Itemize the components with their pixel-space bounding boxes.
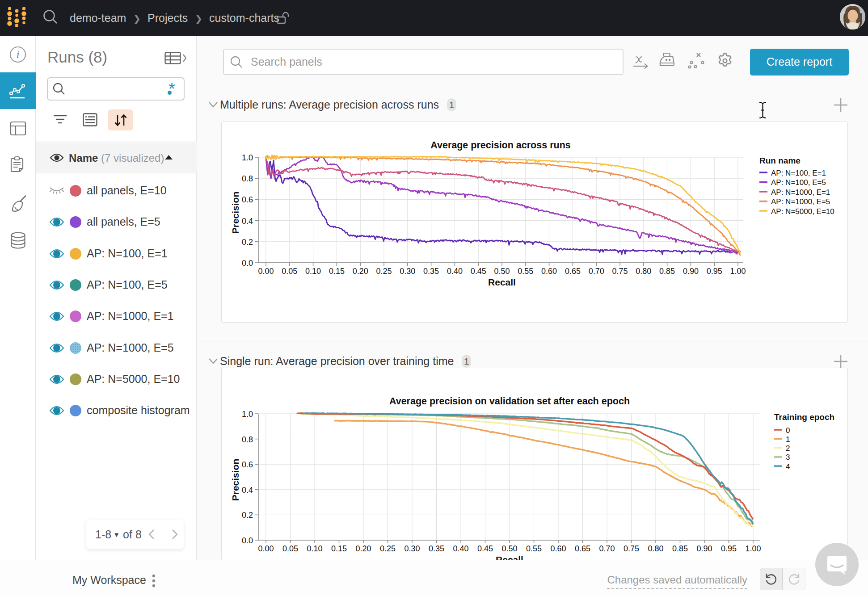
svg-text:0.0: 0.0 — [242, 536, 253, 545]
svg-text:3: 3 — [786, 453, 790, 462]
svg-text:1.00: 1.00 — [730, 267, 746, 276]
svg-text:0.2: 0.2 — [242, 238, 253, 247]
svg-text:0.20: 0.20 — [353, 267, 368, 276]
svg-text:0.95: 0.95 — [707, 267, 722, 276]
svg-text:0.8: 0.8 — [242, 435, 253, 444]
svg-text:0.05: 0.05 — [282, 544, 298, 553]
svg-text:0.15: 0.15 — [329, 267, 345, 276]
svg-text:0.4: 0.4 — [242, 217, 253, 226]
svg-text:0.45: 0.45 — [471, 267, 486, 276]
svg-text:0.6: 0.6 — [242, 195, 253, 204]
svg-text:0.85: 0.85 — [659, 267, 675, 276]
svg-text:Average precision on validatio: Average precision on validation set afte… — [389, 396, 630, 407]
svg-text:0.85: 0.85 — [672, 544, 688, 553]
svg-text:0.25: 0.25 — [376, 267, 392, 276]
svg-text:0.80: 0.80 — [636, 267, 651, 276]
svg-text:0.60: 0.60 — [550, 544, 566, 553]
svg-text:0.65: 0.65 — [575, 544, 590, 553]
svg-text:0.35: 0.35 — [429, 544, 444, 553]
svg-text:1.00: 1.00 — [745, 544, 761, 553]
svg-text:0.90: 0.90 — [696, 544, 712, 553]
svg-text:0.15: 0.15 — [331, 544, 347, 553]
svg-text:AP: N=1000, E=5: AP: N=1000, E=5 — [771, 197, 830, 206]
svg-text:Recall: Recall — [488, 277, 516, 287]
svg-text:0.55: 0.55 — [526, 544, 542, 553]
svg-text:Run name: Run name — [759, 156, 801, 165]
svg-text:AP: N=100, E=5: AP: N=100, E=5 — [771, 178, 826, 187]
svg-text:0.10: 0.10 — [307, 544, 322, 553]
svg-text:AP: N=1000, E=1: AP: N=1000, E=1 — [771, 188, 830, 197]
svg-text:0.10: 0.10 — [305, 267, 321, 276]
svg-text:0.4: 0.4 — [242, 486, 253, 495]
svg-text:AP: N=100, E=1: AP: N=100, E=1 — [771, 169, 826, 177]
svg-text:0.70: 0.70 — [599, 544, 615, 553]
svg-text:Training epoch: Training epoch — [774, 412, 834, 422]
svg-text:0.05: 0.05 — [282, 267, 297, 276]
svg-text:0.50: 0.50 — [494, 267, 510, 276]
svg-text:0.6: 0.6 — [242, 460, 253, 469]
svg-text:Average precision across runs: Average precision across runs — [430, 140, 571, 151]
svg-text:0.30: 0.30 — [404, 544, 420, 553]
svg-text:0.75: 0.75 — [624, 544, 639, 553]
svg-text:0.80: 0.80 — [648, 544, 663, 553]
svg-text:1.0: 1.0 — [242, 153, 253, 162]
svg-text:0: 0 — [786, 426, 790, 435]
svg-text:0.20: 0.20 — [355, 544, 371, 553]
svg-text:0.95: 0.95 — [721, 544, 737, 553]
svg-text:1.0: 1.0 — [242, 410, 253, 419]
svg-text:AP: N=5000, E=10: AP: N=5000, E=10 — [771, 207, 834, 216]
svg-text:0.0: 0.0 — [242, 259, 253, 268]
svg-text:0.60: 0.60 — [541, 267, 557, 276]
svg-text:0.90: 0.90 — [683, 267, 699, 276]
svg-text:0.00: 0.00 — [258, 544, 274, 553]
svg-text:0.40: 0.40 — [453, 544, 468, 553]
svg-text:0.55: 0.55 — [518, 267, 533, 276]
svg-text:0.65: 0.65 — [565, 267, 581, 276]
svg-text:4: 4 — [786, 462, 790, 471]
svg-text:Precision: Precision — [230, 192, 240, 234]
svg-text:0.25: 0.25 — [380, 544, 396, 553]
svg-text:Precision: Precision — [230, 459, 240, 501]
svg-text:0.40: 0.40 — [447, 267, 463, 276]
svg-text:0.2: 0.2 — [242, 511, 253, 520]
svg-text:0.50: 0.50 — [501, 544, 517, 553]
svg-text:0.30: 0.30 — [400, 267, 415, 276]
svg-text:2: 2 — [786, 444, 790, 453]
svg-text:0.35: 0.35 — [423, 267, 439, 276]
svg-text:0.00: 0.00 — [258, 267, 274, 276]
svg-text:0.45: 0.45 — [477, 544, 493, 553]
svg-text:1: 1 — [786, 435, 790, 444]
svg-text:0.70: 0.70 — [589, 267, 604, 276]
svg-text:i: i — [17, 49, 20, 60]
svg-text:0.75: 0.75 — [612, 267, 628, 276]
svg-text:0.8: 0.8 — [242, 174, 253, 183]
